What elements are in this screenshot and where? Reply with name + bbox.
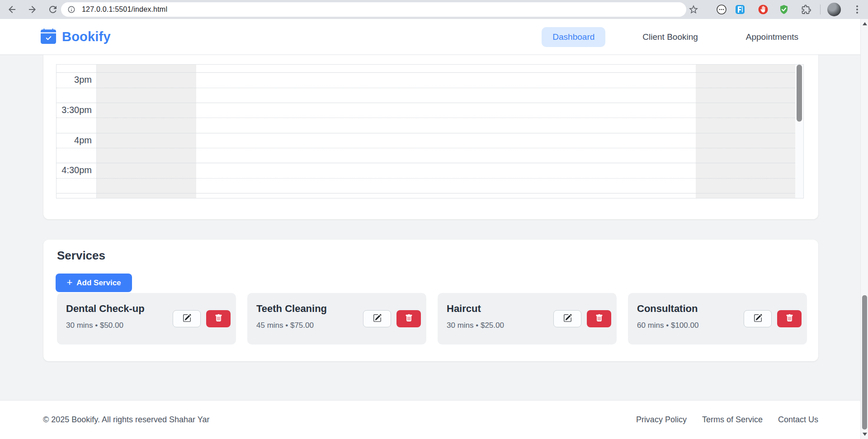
time-label: 3pm [57, 74, 92, 85]
brand-name: Bookify [62, 29, 111, 44]
grid-line-dotted [57, 88, 803, 88]
address-bar[interactable]: 127.0.0.1:5501/index.html [61, 2, 686, 17]
grid-line-solid [57, 133, 803, 133]
site-info-icon[interactable] [67, 5, 75, 14]
grid-line-solid [57, 193, 803, 194]
service-name: Dental Check-up [66, 303, 145, 315]
delete-service-button[interactable] [777, 310, 802, 327]
delete-service-button[interactable] [587, 310, 611, 327]
footer-link-terms-of-service[interactable]: Terms of Service [702, 415, 763, 425]
bookmark-star-icon[interactable] [688, 4, 699, 15]
schedule-card: 3pm3:30pm4pm4:30pm [43, 55, 818, 219]
app-header: Bookify Dashboard Client Booking Appoint… [0, 19, 868, 55]
service-name: Teeth Cleaning [256, 303, 327, 315]
trash-icon [786, 314, 793, 323]
service-name: Haircut [447, 303, 481, 315]
copyright-text: © 2025 Bookify. All rights reserved Shah… [43, 415, 209, 425]
trash-icon [405, 314, 413, 323]
footer-link-privacy-policy[interactable]: Privacy Policy [636, 415, 687, 425]
calendar-grid[interactable]: 3pm3:30pm4pm4:30pm [56, 64, 804, 198]
extension-f-icon[interactable] [735, 4, 745, 15]
brand[interactable]: Bookify [41, 19, 111, 55]
edit-service-button[interactable] [553, 310, 581, 327]
service-meta: 60 mins • $100.00 [637, 321, 698, 330]
extension-shield-icon[interactable] [778, 4, 789, 15]
service-meta: 30 mins • $50.00 [66, 321, 123, 330]
scroll-down-arrow-icon[interactable] [863, 433, 867, 436]
services-list: Dental Check-up 30 mins • $50.00 Teeth C… [57, 293, 818, 345]
edit-service-button[interactable] [173, 310, 201, 327]
nav-item-client-booking[interactable]: Client Booking [632, 27, 709, 47]
services-card: Services + Add Service Dental Check-up 3… [43, 240, 818, 361]
grid-line-solid [57, 103, 803, 103]
pencil-square-icon [563, 314, 572, 324]
reload-icon[interactable] [47, 4, 58, 15]
delete-service-button[interactable] [396, 310, 421, 327]
grid-line-dotted [57, 148, 803, 148]
service-card-haircut: Haircut 30 mins • $25.00 [438, 293, 617, 345]
time-label: 3:30pm [57, 104, 92, 115]
grid-line-solid [57, 72, 803, 73]
page-scrollbar[interactable] [860, 19, 868, 439]
delete-service-button[interactable] [206, 310, 231, 327]
service-meta: 45 mins • $75.00 [256, 321, 314, 330]
back-icon[interactable] [7, 4, 18, 15]
grid-line-dotted [57, 178, 803, 179]
extensions-puzzle-icon[interactable] [801, 4, 811, 15]
calendar-scrollbar-track[interactable] [795, 65, 803, 198]
browser-menu-icon[interactable] [852, 4, 863, 15]
footer-link-contact-us[interactable]: Contact Us [778, 415, 818, 425]
calendar-check-icon [41, 28, 56, 46]
calendar-scrollbar-thumb[interactable] [797, 65, 802, 122]
page-footer: © 2025 Bookify. All rights reserved Shah… [0, 400, 868, 439]
main-nav: Dashboard Client Booking Appointments [542, 19, 809, 55]
grid-line-dotted [57, 118, 803, 118]
scroll-up-arrow-icon[interactable] [863, 22, 867, 25]
service-meta: 30 mins • $25.00 [447, 321, 504, 330]
time-gutter-border [96, 65, 97, 198]
nav-item-appointments[interactable]: Appointments [735, 27, 809, 47]
service-card-teeth-cleaning: Teeth Cleaning 45 mins • $75.00 [247, 293, 426, 345]
url-text[interactable]: 127.0.0.1:5501/index.html [82, 5, 167, 14]
toolbar-divider [820, 5, 821, 14]
footer-links: Privacy Policy Terms of Service Contact … [636, 415, 818, 425]
trash-icon [215, 314, 222, 323]
extension-code-icon[interactable] [716, 4, 727, 15]
plus-icon: + [66, 278, 72, 288]
forward-icon[interactable] [27, 4, 38, 15]
service-name: Consultation [637, 303, 698, 315]
time-label: 4:30pm [57, 165, 92, 175]
pencil-square-icon [754, 314, 762, 324]
profile-avatar[interactable] [827, 3, 841, 16]
extension-blocker-icon[interactable] [758, 4, 769, 15]
browser-toolbar: 127.0.0.1:5501/index.html [0, 0, 868, 19]
services-title: Services [57, 249, 105, 263]
add-service-label: Add Service [76, 279, 121, 288]
add-service-button[interactable]: + Add Service [56, 274, 132, 292]
edit-service-button[interactable] [744, 310, 772, 327]
trash-icon [595, 314, 603, 323]
pencil-square-icon [183, 314, 191, 324]
service-card-dental-check-up: Dental Check-up 30 mins • $50.00 [57, 293, 236, 345]
grid-line-solid [57, 163, 803, 163]
pencil-square-icon [373, 314, 382, 324]
time-label: 4pm [57, 135, 92, 146]
edit-service-button[interactable] [363, 310, 391, 327]
browser-window: 127.0.0.1:5501/index.html [0, 0, 868, 439]
page-scrollbar-thumb[interactable] [862, 295, 867, 430]
service-card-consultation: Consultation 60 mins • $100.00 [628, 293, 807, 345]
nav-item-dashboard[interactable]: Dashboard [542, 27, 605, 47]
